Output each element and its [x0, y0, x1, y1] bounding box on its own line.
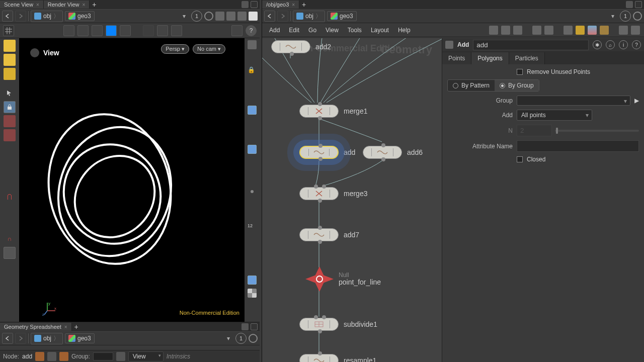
network-canvas[interactable]: Geometry n-Commercial Edition — [262, 38, 442, 362]
pane-max-icon[interactable] — [251, 1, 258, 8]
tool-icon[interactable] — [4, 219, 16, 231]
grid-button[interactable] — [3, 25, 14, 36]
tool-icon[interactable] — [120, 25, 131, 36]
display-icon[interactable] — [248, 40, 257, 49]
filter-icon[interactable] — [116, 352, 125, 361]
display-icon[interactable] — [248, 145, 257, 154]
tool-icon[interactable] — [92, 25, 103, 36]
magnet-icon[interactable]: ⋂ — [4, 191, 16, 203]
polygon-mode-radio[interactable]: By Pattern By Group — [447, 79, 539, 92]
sticky-note-icon[interactable] — [576, 26, 585, 35]
search-icon[interactable]: ⌕ — [606, 40, 615, 49]
tool-icon[interactable] — [77, 25, 89, 36]
display-icon[interactable] — [248, 210, 257, 219]
tab-polygons[interactable]: Polygons — [471, 52, 509, 64]
node-add7[interactable]: add7 — [299, 228, 359, 241]
pane-max-icon[interactable] — [251, 323, 258, 330]
display-icon[interactable] — [248, 276, 257, 285]
link-icon[interactable] — [204, 12, 213, 21]
toolbar-icon[interactable] — [564, 26, 573, 35]
toolbar-icon[interactable] — [619, 26, 628, 35]
node-add6[interactable]: add6 — [363, 146, 423, 159]
group-dropdown[interactable] — [517, 96, 630, 106]
pin-badge[interactable]: 1 — [191, 11, 202, 22]
add-tab-button[interactable]: + — [299, 1, 308, 9]
tool-icon[interactable] — [4, 115, 16, 127]
menu-help[interactable]: Help — [394, 25, 415, 36]
link-icon[interactable] — [633, 12, 642, 21]
display-icon[interactable] — [248, 197, 257, 206]
display-icon[interactable] — [248, 158, 257, 167]
toolbar-icon[interactable] — [631, 26, 640, 35]
tab-network-path[interactable]: /obj/geo3× — [262, 1, 299, 9]
toolbar-icon[interactable] — [226, 12, 235, 21]
status-icon[interactable] — [59, 352, 68, 361]
view-dropdown[interactable]: View — [128, 351, 164, 361]
status-icon[interactable] — [47, 352, 56, 361]
clock-icon[interactable] — [157, 25, 168, 36]
menu-edit[interactable]: Edit — [285, 25, 303, 36]
breadcrumb-geo3[interactable]: geo3 — [65, 333, 95, 343]
toolbar-icon[interactable] — [532, 26, 541, 35]
close-icon[interactable]: × — [292, 2, 295, 8]
close-icon[interactable]: × — [83, 2, 86, 8]
menu-tools[interactable]: Tools — [344, 25, 366, 36]
add-tab-button[interactable]: + — [72, 323, 81, 331]
pin-badge[interactable]: 1 — [235, 333, 247, 344]
tool-icon[interactable] — [4, 40, 16, 52]
toolbar-icon[interactable] — [489, 26, 498, 35]
tool-icon[interactable] — [4, 247, 16, 259]
light-icon[interactable] — [248, 106, 257, 115]
close-icon[interactable]: × — [64, 324, 67, 330]
path-dropdown[interactable]: ▾ — [223, 333, 233, 343]
tool-icon[interactable] — [4, 275, 16, 287]
display-options-icon[interactable] — [231, 25, 243, 36]
play-icon[interactable]: ▶ — [634, 97, 639, 104]
nav-fwd-button[interactable] — [15, 333, 26, 344]
node-point-for-line[interactable]: Nullpoint_for_line — [305, 266, 381, 292]
info-icon[interactable]: i — [619, 40, 628, 49]
tab-render-view[interactable]: Render View× — [44, 1, 90, 9]
radio-by-group[interactable]: By Group — [495, 80, 539, 91]
breadcrumb-geo3[interactable]: geo3 — [327, 11, 357, 21]
display-icon[interactable] — [248, 171, 257, 180]
display-icon[interactable] — [248, 132, 257, 141]
nav-fwd-button[interactable] — [277, 11, 288, 22]
display-icon[interactable] — [248, 79, 257, 88]
toolbar-icon[interactable] — [513, 26, 522, 35]
op-name-input[interactable] — [473, 40, 589, 50]
toolbar-icon[interactable] — [215, 12, 224, 21]
viewport[interactable]: y x z — [19, 38, 245, 322]
display-icon[interactable] — [248, 119, 257, 128]
arrow-tool[interactable] — [4, 87, 16, 99]
intrinsics-label[interactable]: Intrinsics — [167, 353, 190, 360]
toolbar-icon[interactable] — [237, 12, 247, 21]
nav-back-button[interactable] — [264, 11, 275, 22]
gear-icon[interactable]: ✱ — [593, 40, 602, 49]
closed-checkbox[interactable] — [517, 156, 523, 162]
toolbar-icon[interactable] — [600, 26, 609, 35]
node-subdivide1[interactable]: subdivide1 — [299, 318, 377, 331]
lock-icon[interactable] — [4, 101, 16, 113]
breadcrumb-obj[interactable]: obj〉 — [293, 11, 325, 22]
remove-unused-checkbox[interactable] — [517, 69, 523, 75]
link-icon[interactable] — [249, 334, 258, 343]
menu-go[interactable]: Go — [304, 25, 320, 36]
breadcrumb-obj[interactable]: obj〉 — [31, 11, 63, 22]
tool-icon[interactable] — [4, 205, 16, 217]
pane-menu-icon[interactable] — [242, 1, 249, 8]
tab-geometry-spreadsheet[interactable]: Geometry Spreadsheet× — [0, 323, 72, 331]
node-merge1[interactable]: merge1 — [299, 105, 367, 118]
menu-add[interactable]: Add — [265, 25, 284, 36]
camera-dropdown[interactable]: No cam ▾ — [193, 44, 225, 54]
display-icon[interactable] — [248, 262, 257, 272]
tab-scene-view[interactable]: Scene View× — [0, 1, 44, 9]
breadcrumb-obj[interactable]: obj〉 — [31, 333, 63, 344]
pane-menu-icon[interactable] — [242, 323, 249, 330]
toolbar-icon[interactable] — [588, 26, 597, 35]
tool-icon[interactable] — [4, 54, 16, 66]
node-add[interactable]: add — [299, 146, 355, 159]
pin-badge[interactable]: 1 — [620, 11, 631, 22]
node-resample1[interactable]: resample1 — [299, 354, 376, 362]
tool-icon[interactable] — [4, 157, 16, 169]
